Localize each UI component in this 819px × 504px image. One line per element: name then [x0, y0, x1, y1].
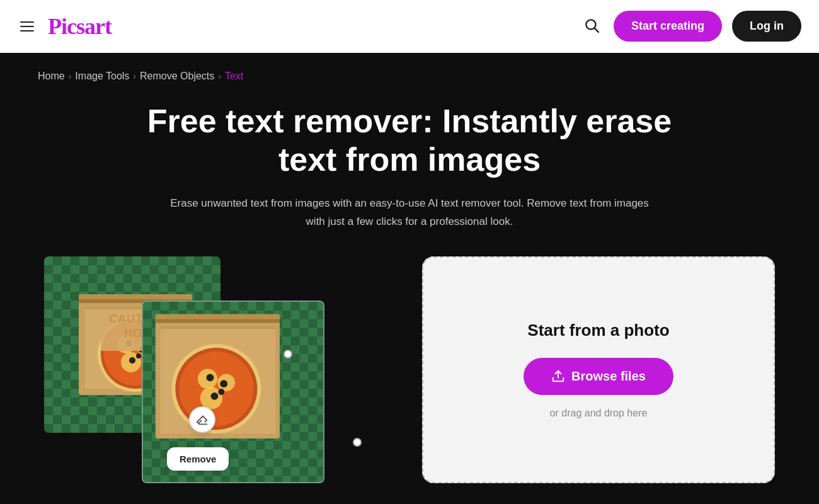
- slider-dot-top[interactable]: [284, 350, 292, 358]
- search-icon: [583, 17, 600, 33]
- svg-point-43: [210, 392, 218, 399]
- breadcrumb-remove-objects[interactable]: Remove Objects: [140, 71, 214, 82]
- svg-point-42: [220, 380, 227, 387]
- remove-badge: Remove: [167, 447, 229, 471]
- upload-dropzone[interactable]: Start from a photo Browse files or drag …: [422, 256, 775, 483]
- svg-line-1: [595, 28, 598, 32]
- header: Picsart Start creating Log in: [0, 0, 819, 53]
- logo[interactable]: Picsart: [48, 13, 112, 40]
- header-right: Start creating Log in: [580, 11, 801, 42]
- demo-images: CAUTIONHOT: [44, 256, 397, 483]
- hero-subtitle: Erase unwanted text from images with an …: [170, 195, 649, 231]
- svg-point-21: [129, 357, 135, 364]
- breadcrumb-home[interactable]: Home: [38, 71, 65, 82]
- eraser-icon: [195, 413, 209, 427]
- content-columns: CAUTIONHOT: [38, 256, 781, 483]
- breadcrumb-image-tools[interactable]: Image Tools: [75, 71, 129, 82]
- browse-files-button[interactable]: Browse files: [524, 358, 673, 395]
- svg-point-41: [207, 374, 214, 381]
- search-button[interactable]: [580, 13, 604, 39]
- start-creating-button[interactable]: Start creating: [614, 11, 722, 42]
- header-left: Picsart: [18, 13, 112, 40]
- hero-title: Free text remover: Instantly erase text …: [126, 102, 693, 180]
- svg-point-22: [136, 353, 141, 358]
- upload-title: Start from a photo: [527, 321, 669, 340]
- login-button[interactable]: Log in: [732, 11, 801, 42]
- remove-label: Remove: [180, 454, 216, 464]
- demo-column: CAUTIONHOT: [44, 256, 397, 483]
- breadcrumb-sep-3: ›: [218, 71, 221, 81]
- upload-icon: [551, 369, 565, 383]
- breadcrumb: Home › Image Tools › Remove Objects › Te…: [38, 71, 781, 82]
- hamburger-icon: [20, 21, 34, 32]
- browse-files-label: Browse files: [571, 369, 646, 384]
- svg-rect-34: [161, 326, 275, 329]
- slider-dot-bottom[interactable]: [353, 438, 362, 447]
- eraser-tool-button[interactable]: [189, 406, 215, 433]
- drag-drop-text: or drag and drop here: [550, 408, 648, 419]
- breadcrumb-sep-1: ›: [69, 71, 72, 81]
- svg-point-44: [218, 389, 224, 395]
- breadcrumb-text: Text: [225, 71, 243, 82]
- upload-column: Start from a photo Browse files or drag …: [422, 256, 775, 483]
- hamburger-menu-button[interactable]: [18, 19, 37, 34]
- breadcrumb-sep-2: ›: [133, 71, 136, 81]
- main-content: Home › Image Tools › Remove Objects › Te…: [0, 53, 819, 504]
- svg-rect-32: [156, 319, 280, 323]
